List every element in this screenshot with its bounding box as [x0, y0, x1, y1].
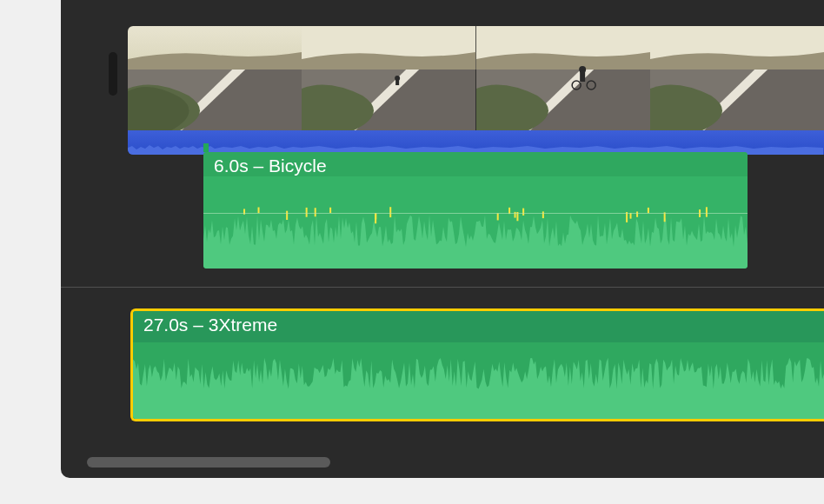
video-thumbnail	[650, 26, 824, 130]
svg-rect-3	[395, 78, 399, 85]
audio-clip-3xtreme[interactable]: 27.0s – 3Xtreme	[130, 308, 824, 421]
video-thumbnail	[128, 26, 302, 130]
svg-rect-26	[375, 214, 376, 223]
svg-rect-21	[706, 207, 708, 216]
timeline-area[interactable]: 6.0s – Bicycle 27.0s – 3Xtreme	[61, 0, 824, 478]
clip-label: 27.0s – 3Xtreme	[143, 315, 277, 335]
track-divider	[61, 287, 824, 288]
timeline-scrollbar[interactable]	[87, 457, 824, 468]
clip-label: 6.0s – Bicycle	[214, 156, 327, 176]
scrollbar-thumb[interactable]	[87, 457, 330, 468]
video-thumbnail	[476, 26, 650, 130]
timeline-window: 6.0s – Bicycle 27.0s – 3Xtreme	[61, 0, 824, 478]
svg-rect-15	[522, 209, 524, 216]
audio-waveform	[203, 176, 748, 269]
clip-connector	[203, 143, 209, 152]
svg-rect-6	[580, 71, 585, 82]
audio-waveform	[133, 342, 824, 419]
timeline-scrubber-handle[interactable]	[109, 52, 117, 96]
video-thumbnail	[302, 26, 475, 130]
video-audio-waveform	[128, 130, 824, 155]
volume-line[interactable]	[203, 213, 748, 214]
video-thumbnails	[128, 26, 824, 130]
audio-clip-bicycle[interactable]: 6.0s – Bicycle	[203, 152, 748, 269]
svg-rect-12	[497, 213, 499, 220]
video-clip[interactable]	[128, 26, 824, 155]
